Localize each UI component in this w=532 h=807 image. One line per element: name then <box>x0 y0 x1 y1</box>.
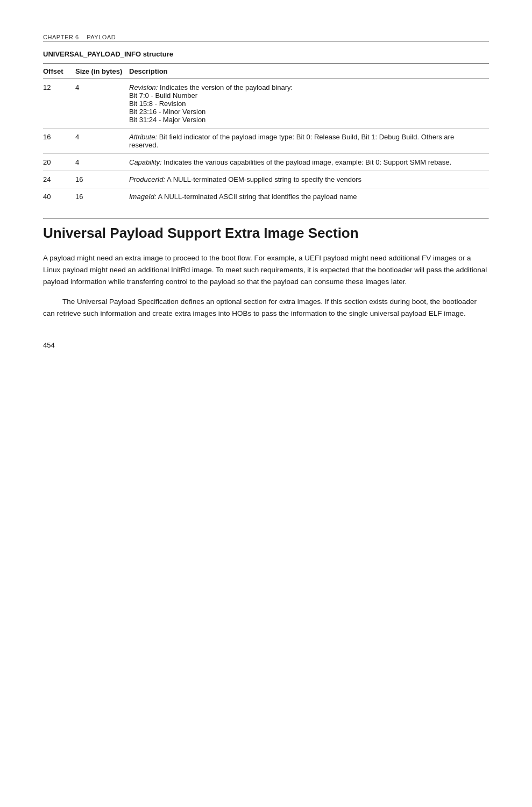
size-4-1: 4 <box>75 129 129 154</box>
offset-16: 16 <box>43 129 75 154</box>
desc-rest-capability: Indicates the various capabilities of th… <box>162 158 451 166</box>
payload-info-table: Offset Size (in bytes) Description 12 4 … <box>43 63 489 205</box>
offset-24: 24 <box>43 171 75 188</box>
desc-rest-producerid: A NULL-terminated OEM-supplied string to… <box>165 175 361 183</box>
top-divider <box>43 41 489 41</box>
table-row: 12 4 Revision: Indicates the version of … <box>43 79 489 129</box>
table-row: 24 16 ProducerId: A NULL-terminated OEM-… <box>43 171 489 188</box>
desc-italic-revision: Revision: <box>129 83 158 91</box>
desc-rest-revision: Indicates the version of the payload bin… <box>158 83 293 91</box>
desc-italic-attribute: Attribute: <box>129 133 157 141</box>
size-4-0: 4 <box>75 79 129 129</box>
offset-40: 40 <box>43 188 75 206</box>
bottom-table-divider <box>43 218 489 219</box>
col-offset: Offset <box>43 64 75 79</box>
page-number: 454 <box>43 341 489 349</box>
size-16-0: 16 <box>75 171 129 188</box>
desc-italic-producerid: ProducerId: <box>129 175 165 183</box>
size-16-1: 16 <box>75 188 129 206</box>
desc-rest-attribute: Bit field indicator of the payload image… <box>129 133 454 149</box>
table-row: 40 16 ImageId: A NULL-terminated ASCII s… <box>43 188 489 206</box>
offset-12: 12 <box>43 79 75 129</box>
sub-item-3: Bit 31:24 - Major Version <box>129 116 205 124</box>
chapter-header: CHAPTER 6 PAYLOAD <box>43 32 489 41</box>
desc-producerid: ProducerId: A NULL-terminated OEM-suppli… <box>129 171 489 188</box>
col-size: Size (in bytes) <box>75 64 129 79</box>
sub-item-1: Bit 15:8 - Revision <box>129 100 186 108</box>
sub-item-0: Bit 7:0 - Build Number <box>129 91 197 100</box>
paragraph-1: A payload might need an extra image to p… <box>43 252 489 288</box>
offset-20: 20 <box>43 154 75 171</box>
table-row: 16 4 Attribute: Bit field indicator of t… <box>43 129 489 154</box>
desc-italic-imageid: ImageId: <box>129 193 157 201</box>
desc-rest-imageid: A NULL-terminated ASCII string that iden… <box>157 193 357 201</box>
desc-imageid: ImageId: A NULL-terminated ASCII string … <box>129 188 489 206</box>
sub-item-2: Bit 23:16 - Minor Version <box>129 108 205 116</box>
section-label: PAYLOAD <box>87 34 116 40</box>
table-title: UNIVERSAL_PAYLOAD_INFO structure <box>43 50 489 58</box>
desc-revision: Revision: Indicates the version of the p… <box>129 79 489 129</box>
desc-capability: Capability: Indicates the various capabi… <box>129 154 489 171</box>
table-row: 20 4 Capability: Indicates the various c… <box>43 154 489 171</box>
main-section-heading: Universal Payload Support Extra Image Se… <box>43 224 489 243</box>
col-description: Description <box>129 64 489 79</box>
paragraph-2: The Universal Payload Specification defi… <box>43 296 489 320</box>
desc-attribute: Attribute: Bit field indicator of the pa… <box>129 129 489 154</box>
desc-italic-capability: Capability: <box>129 158 162 166</box>
chapter-label: CHAPTER 6 <box>43 34 79 40</box>
size-4-2: 4 <box>75 154 129 171</box>
